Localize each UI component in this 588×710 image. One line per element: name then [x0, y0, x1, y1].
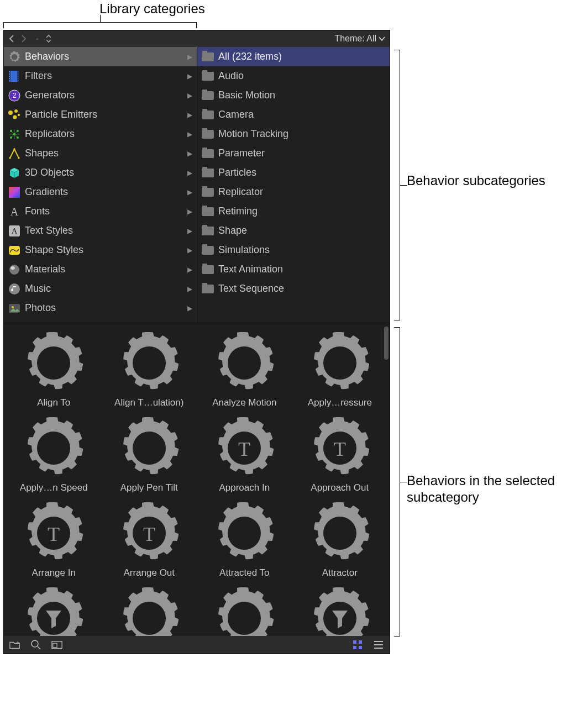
- behavior-item[interactable]: Analyze Motion: [197, 329, 292, 414]
- folder-icon: [201, 108, 215, 122]
- chevron-right-icon: ▶: [187, 304, 192, 312]
- annotation-behaviors-selected: Behaviors in the selected subcategory: [407, 472, 584, 506]
- behavior-item[interactable]: [102, 584, 197, 636]
- behavior-label: Apply Pen Tilt: [120, 482, 178, 493]
- fontA-icon: A: [7, 204, 22, 219]
- subcategory-label: Basic Motion: [218, 90, 275, 101]
- scrollbar-thumb[interactable]: [384, 327, 389, 360]
- category-row-photos[interactable]: Photos▶: [4, 298, 197, 318]
- subcategory-label: All (232 items): [218, 51, 282, 62]
- subcategory-row-motion-tracking[interactable]: Motion Tracking: [197, 124, 390, 144]
- behavior-item[interactable]: Attractor: [292, 499, 388, 584]
- behavior-label: Align T…ulation): [114, 397, 183, 408]
- behavior-item[interactable]: Align T…ulation): [102, 329, 197, 414]
- category-row-shape-styles[interactable]: Shape Styles▶: [4, 240, 197, 260]
- behavior-item[interactable]: Apply…n Speed: [6, 414, 102, 499]
- behavior-item[interactable]: TArrange Out: [102, 499, 197, 584]
- category-row-replicators[interactable]: Replicators▶: [4, 124, 197, 144]
- svg-rect-36: [359, 640, 362, 644]
- chevron-right-icon: ▶: [187, 111, 192, 119]
- filmstrip-icon: [7, 69, 22, 83]
- category-row-generators[interactable]: 2Generators▶: [4, 86, 197, 105]
- behavior-item[interactable]: Attracted To: [197, 499, 292, 584]
- category-row-music[interactable]: Music▶: [4, 279, 197, 298]
- category-row-behaviors[interactable]: Behaviors▶: [4, 47, 197, 66]
- svg-text:T: T: [143, 523, 155, 545]
- gear-text-icon: T: [309, 417, 371, 479]
- svg-point-8: [13, 115, 17, 119]
- subcategory-row-particles[interactable]: Particles: [197, 163, 390, 182]
- nav-forward-button[interactable]: [20, 35, 29, 43]
- subcategory-row-basic-motion[interactable]: Basic Motion: [197, 86, 390, 105]
- svg-point-9: [18, 113, 20, 115]
- list-view-button[interactable]: [373, 639, 384, 650]
- subcategory-label: Camera: [218, 109, 254, 120]
- category-row-fonts[interactable]: AFonts▶: [4, 202, 197, 221]
- category-label: Shape Styles: [25, 244, 83, 256]
- subcategory-row-text-animation[interactable]: Text Animation: [197, 260, 390, 279]
- category-row-filters[interactable]: Filters▶: [4, 66, 197, 86]
- grid-view-button[interactable]: [352, 639, 363, 650]
- behavior-item[interactable]: [292, 584, 388, 636]
- folder-icon: [201, 262, 215, 277]
- gear-icon: [7, 50, 22, 64]
- cube3d-icon: [7, 166, 22, 180]
- chevron-right-icon: ▶: [187, 130, 192, 138]
- svg-text:T: T: [334, 438, 346, 460]
- behavior-label: Attractor: [322, 567, 358, 578]
- nav-back-button[interactable]: [8, 35, 17, 43]
- category-row-gradients[interactable]: Gradients▶: [4, 182, 197, 202]
- photo-icon: [7, 301, 22, 315]
- behavior-item[interactable]: TArrange In: [6, 499, 102, 584]
- behavior-item[interactable]: Apply Pen Tilt: [102, 414, 197, 499]
- chevron-right-icon: ▶: [187, 150, 192, 157]
- behavior-item[interactable]: TApproach In: [197, 414, 292, 499]
- subcategory-label: Text Sequence: [218, 283, 284, 294]
- gradient-icon: [7, 185, 22, 199]
- new-folder-button[interactable]: [9, 639, 20, 650]
- behavior-item[interactable]: Apply…ressure: [292, 329, 388, 414]
- chevron-right-icon: ▶: [187, 285, 192, 293]
- category-label: Music: [25, 283, 51, 294]
- category-label: Shapes: [25, 148, 59, 159]
- behavior-item[interactable]: Align To: [6, 329, 102, 414]
- theme-dropdown[interactable]: Theme: All: [334, 34, 385, 44]
- subcategory-label: Simulations: [218, 244, 270, 256]
- svg-text:2: 2: [13, 92, 17, 99]
- behavior-item[interactable]: TApproach Out: [292, 414, 388, 499]
- subcategory-row-simulations[interactable]: Simulations: [197, 240, 390, 260]
- category-row-shapes[interactable]: Shapes▶: [4, 144, 197, 163]
- music-icon: [7, 282, 22, 296]
- gear-text-icon: T: [213, 417, 275, 479]
- behavior-label: Apply…n Speed: [20, 482, 88, 493]
- category-row-3d-objects[interactable]: 3D Objects▶: [4, 163, 197, 182]
- fontAbox-icon: A: [7, 224, 22, 238]
- subcategory-row-all-232-items-[interactable]: All (232 items): [197, 47, 390, 66]
- gear-icon: [213, 502, 275, 564]
- gear-funnel-icon: [23, 587, 85, 636]
- subcategory-row-parameter[interactable]: Parameter: [197, 144, 390, 163]
- category-label: Gradients: [25, 186, 68, 198]
- category-row-particle-emitters[interactable]: Particle Emitters▶: [4, 105, 197, 124]
- subcategory-row-retiming[interactable]: Retiming: [197, 202, 390, 221]
- gear-icon: [118, 332, 180, 394]
- subcategory-row-camera[interactable]: Camera: [197, 105, 390, 124]
- subcategory-row-replicator[interactable]: Replicator: [197, 182, 390, 202]
- subcategory-label: Particles: [218, 167, 256, 178]
- library-columns: Behaviors▶Filters▶2Generators▶Particle E…: [4, 47, 390, 323]
- svg-rect-37: [353, 646, 356, 649]
- subcategory-row-shape[interactable]: Shape: [197, 221, 390, 240]
- behavior-item[interactable]: [6, 584, 102, 636]
- behavior-item[interactable]: [197, 584, 292, 636]
- category-label: Generators: [25, 90, 75, 101]
- search-button[interactable]: [30, 639, 41, 650]
- subcategory-row-audio[interactable]: Audio: [197, 66, 390, 86]
- bracket-right-lower: [395, 327, 400, 637]
- category-label: Text Styles: [25, 225, 73, 236]
- subcategory-row-text-sequence[interactable]: Text Sequence: [197, 279, 390, 298]
- material-icon: [7, 262, 22, 277]
- category-row-materials[interactable]: Materials▶: [4, 260, 197, 279]
- window-mode-button[interactable]: [51, 639, 62, 650]
- category-row-text-styles[interactable]: AText Styles▶: [4, 221, 197, 240]
- path-popup-stepper[interactable]: [45, 34, 52, 43]
